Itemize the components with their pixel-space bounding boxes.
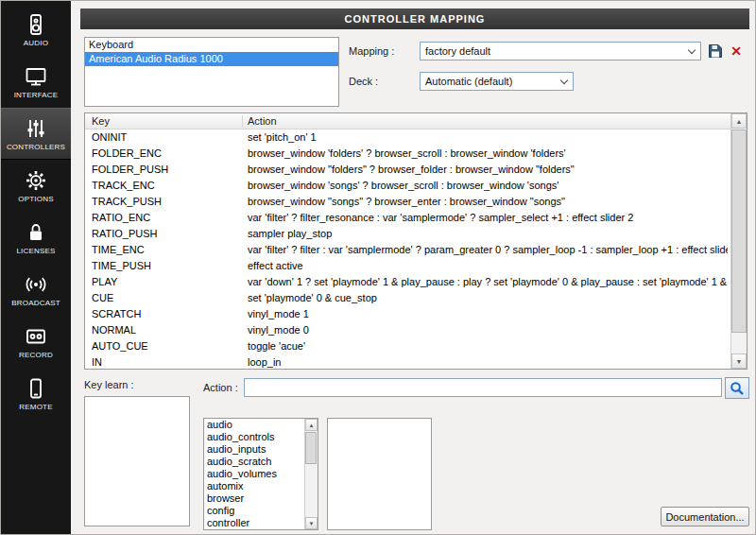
mapping-select[interactable]: factory default: [420, 42, 701, 60]
page-title: CONTROLLER MAPPING: [345, 13, 486, 25]
lock-icon: [24, 220, 48, 245]
table-row[interactable]: AUTO_CUEtoggle 'acue': [85, 338, 730, 354]
save-mapping-button[interactable]: [707, 43, 724, 60]
action-input[interactable]: [244, 378, 722, 397]
sidebar-item-broadcast[interactable]: BROADCAST: [1, 264, 71, 316]
sidebar-item-audio[interactable]: AUDIO: [1, 4, 71, 56]
mixer-faders-icon: [24, 116, 48, 141]
table-row[interactable]: NORMALvinyl_mode 0: [85, 322, 730, 338]
table-row[interactable]: ONINITset 'pitch_on' 1: [85, 129, 730, 146]
chevron-down-icon: [560, 77, 568, 84]
action-sub-list[interactable]: [327, 418, 432, 530]
speaker-icon: [24, 12, 48, 37]
close-icon: ✕: [730, 43, 742, 60]
table-row[interactable]: CUEset 'playmode' 0 & cue_stop: [85, 290, 730, 306]
scrollbar-thumb[interactable]: [305, 432, 317, 464]
monitor-icon: [24, 64, 48, 89]
action-label: Action :: [203, 382, 238, 393]
sidebar-item-label: REMOTE: [19, 403, 52, 411]
column-divider: [242, 115, 243, 128]
column-header-action: Action: [248, 114, 277, 129]
table-header: Key Action: [85, 113, 730, 129]
documentation-button[interactable]: Documentation...: [661, 507, 749, 526]
table-row[interactable]: PLAYvar 'down' 1 ? set 'playmode' 1 & pl…: [85, 274, 730, 290]
table-scrollbar[interactable]: ▲ ▼: [730, 113, 747, 369]
page-title-bar: CONTROLLER MAPPING: [80, 9, 749, 29]
broadcast-waves-icon: [24, 272, 48, 297]
sidebar-item-label: BROADCAST: [11, 299, 60, 307]
action-list-item[interactable]: browser: [204, 492, 304, 505]
table-row[interactable]: SCRATCHvinyl_mode 1: [85, 306, 730, 322]
table-row[interactable]: TRACK_PUSHbrowser_window "songs" ? brows…: [85, 194, 730, 210]
table-row[interactable]: RATIO_ENCvar 'filter' ? filter_resonance…: [85, 210, 730, 226]
sidebar-item-licenses[interactable]: LICENSES: [1, 212, 71, 264]
action-list-item[interactable]: audio_volumes: [204, 468, 304, 480]
action-list-scrollbar[interactable]: ▲ ▼: [304, 419, 318, 529]
column-header-key: Key: [92, 114, 110, 129]
sidebar-item-label: RECORD: [19, 351, 53, 359]
key-learn-label: Key learn :: [84, 379, 134, 390]
action-list-item[interactable]: config: [204, 505, 304, 517]
scroll-down-icon[interactable]: ▼: [731, 354, 747, 369]
action-list-item[interactable]: audio_scratch: [204, 456, 304, 468]
sidebar-item-options[interactable]: OPTIONS: [1, 160, 71, 212]
table-row[interactable]: FOLDER_PUSHbrowser_window "folders" ? br…: [85, 162, 730, 178]
mapping-table-body: ONINITset 'pitch_on' 1FOLDER_ENCbrowser_…: [85, 129, 730, 369]
action-category-list[interactable]: audioaudio_controlsaudio_inputsaudio_scr…: [203, 418, 318, 530]
sidebar-item-label: OPTIONS: [18, 195, 53, 203]
action-list-item[interactable]: controller: [204, 517, 304, 529]
smartphone-icon: [24, 376, 48, 401]
search-action-button[interactable]: [725, 377, 749, 399]
sidebar-item-controllers[interactable]: CONTROLLERS: [1, 108, 71, 160]
action-list-item[interactable]: audio_inputs: [204, 443, 304, 456]
sidebar-item-label: LICENSES: [16, 247, 55, 255]
mapping-label: Mapping :: [349, 45, 394, 57]
controller-mapping-window: AUDIO INTERFACE CONTROLLERS: [0, 0, 756, 535]
table-row[interactable]: TRACK_ENCbrowser_window 'songs' ? browse…: [85, 178, 730, 194]
chevron-down-icon: [688, 46, 696, 54]
table-row[interactable]: RATIO_PUSHsampler play_stop: [85, 226, 730, 242]
cassette-icon: [24, 324, 48, 349]
sidebar-item-label: INTERFACE: [14, 91, 59, 99]
action-list-items: audioaudio_controlsaudio_inputsaudio_scr…: [204, 419, 304, 529]
floppy-save-icon: [708, 43, 723, 59]
sidebar-item-record[interactable]: RECORD: [1, 316, 71, 368]
delete-mapping-button[interactable]: ✕: [728, 43, 745, 60]
scrollbar-thumb[interactable]: [731, 129, 747, 333]
mapping-select-value: factory default: [425, 45, 490, 57]
device-list-item[interactable]: Keyboard: [85, 38, 338, 52]
key-learn-box[interactable]: [84, 396, 190, 526]
sidebar-item-label: AUDIO: [24, 39, 48, 47]
mapping-table: Key Action ONINITset 'pitch_on' 1FOLDER_…: [84, 112, 747, 370]
documentation-button-label: Documentation...: [665, 511, 744, 523]
sidebar-item-remote[interactable]: REMOTE: [1, 368, 71, 420]
table-row[interactable]: FOLDER_ENCbrowser_window 'folders' ? bro…: [85, 146, 730, 162]
deck-select-value: Automatic (default): [425, 76, 512, 87]
action-list-item[interactable]: audio: [204, 419, 304, 431]
sidebar-item-interface[interactable]: INTERFACE: [1, 56, 71, 108]
scroll-up-icon[interactable]: ▲: [305, 419, 318, 431]
gear-icon: [24, 168, 48, 193]
table-row[interactable]: TIME_PUSHeffect active: [85, 258, 730, 274]
device-list[interactable]: KeyboardAmerican Audio Radius 1000: [84, 37, 339, 107]
action-list-item[interactable]: automix: [204, 480, 304, 492]
scroll-down-icon[interactable]: ▼: [305, 517, 318, 529]
device-list-item[interactable]: American Audio Radius 1000: [85, 52, 338, 66]
action-list-item[interactable]: audio_controls: [204, 431, 304, 443]
deck-select[interactable]: Automatic (default): [420, 72, 574, 91]
deck-label: Deck :: [349, 76, 378, 87]
sidebar-item-label: CONTROLLERS: [7, 143, 65, 151]
table-row[interactable]: INloop_in: [85, 354, 730, 369]
settings-sidebar: AUDIO INTERFACE CONTROLLERS: [1, 1, 71, 535]
search-icon: [730, 381, 745, 396]
table-row[interactable]: TIME_ENCvar 'filter' ? filter : var 'sam…: [85, 242, 730, 258]
scroll-up-icon[interactable]: ▲: [731, 113, 747, 129]
